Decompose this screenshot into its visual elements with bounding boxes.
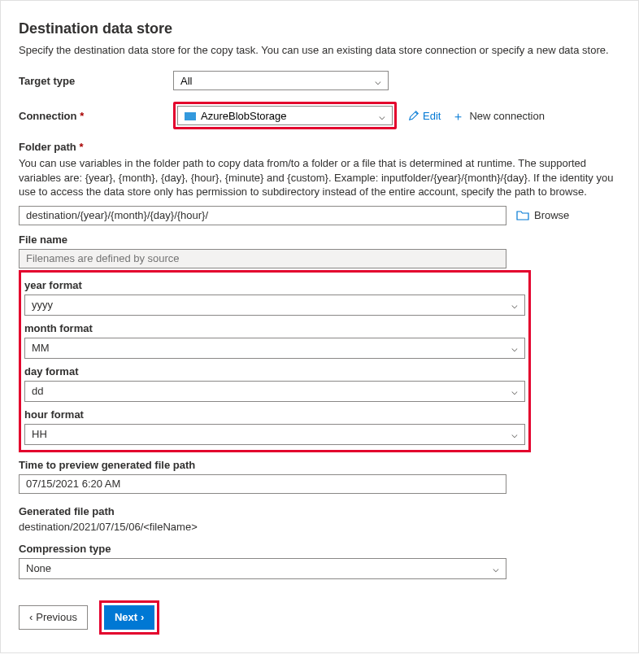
folder-icon — [516, 210, 529, 220]
compression-select[interactable]: None⌵ — [19, 558, 506, 579]
hour-format-select[interactable]: HH⌵ — [24, 424, 525, 445]
highlight-format-group: year format yyyy⌵ month format MM⌵ day f… — [19, 270, 531, 452]
edit-connection-button[interactable]: Edit — [408, 110, 441, 122]
destination-data-store-panel: Destination data store Specify the desti… — [0, 0, 639, 653]
folder-path-input[interactable] — [19, 206, 506, 225]
next-button[interactable]: Next › — [104, 605, 155, 630]
chevron-down-icon: ⌵ — [511, 385, 518, 397]
preview-time-input[interactable] — [19, 474, 506, 494]
new-connection-button[interactable]: ＋ New connection — [452, 110, 545, 122]
target-type-select[interactable]: All ⌵ — [173, 71, 389, 90]
browse-button[interactable]: Browse — [516, 209, 569, 221]
chevron-left-icon: ‹ — [29, 611, 33, 623]
day-format-label: day format — [24, 365, 525, 377]
folder-path-help: You can use variables in the folder path… — [19, 156, 620, 199]
pencil-icon — [408, 110, 419, 121]
generated-path-value: destination/2021/07/15/06/<fileName> — [19, 521, 620, 533]
day-format-select[interactable]: dd⌵ — [24, 381, 525, 402]
year-format-label: year format — [24, 279, 525, 291]
generated-path-label: Generated file path — [19, 505, 620, 517]
connection-label: Connection * — [19, 110, 173, 122]
target-type-label: Target type — [19, 75, 173, 87]
file-name-label: File name — [19, 233, 620, 246]
preview-time-label: Time to preview generated file path — [19, 459, 620, 471]
connection-value: AzureBlobStorage — [201, 110, 287, 122]
hour-format-label: hour format — [24, 408, 525, 421]
plus-icon: ＋ — [452, 110, 464, 122]
highlight-connection: AzureBlobStorage ⌵ — [173, 102, 397, 129]
chevron-right-icon: › — [141, 611, 144, 623]
previous-button[interactable]: ‹ Previous — [19, 605, 88, 630]
chevron-down-icon: ⌵ — [511, 342, 518, 354]
month-format-label: month format — [24, 322, 525, 334]
chevron-down-icon: ⌵ — [375, 75, 381, 87]
year-format-select[interactable]: yyyy⌵ — [24, 295, 525, 316]
target-type-value: All — [180, 75, 192, 87]
chevron-down-icon: ⌵ — [511, 428, 518, 440]
chevron-down-icon: ⌵ — [511, 299, 518, 311]
page-title: Destination data store — [19, 20, 620, 37]
compression-label: Compression type — [19, 543, 620, 555]
chevron-down-icon: ⌵ — [493, 562, 499, 574]
highlight-next: Next › — [99, 600, 160, 635]
storage-icon — [185, 112, 196, 120]
chevron-down-icon: ⌵ — [379, 110, 385, 122]
connection-select[interactable]: AzureBlobStorage ⌵ — [177, 106, 393, 125]
file-name-input — [19, 249, 506, 268]
month-format-select[interactable]: MM⌵ — [24, 338, 525, 359]
folder-path-label: Folder path * — [19, 141, 620, 153]
page-description: Specify the destination data store for t… — [19, 44, 620, 56]
